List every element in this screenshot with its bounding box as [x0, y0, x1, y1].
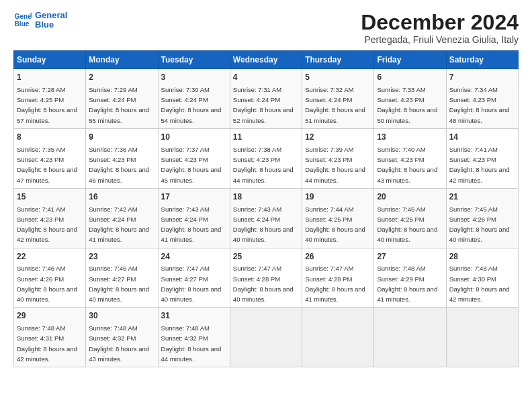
calendar-cell: 30 Sunrise: 7:48 AMSunset: 4:32 PMDaylig…	[86, 308, 158, 367]
day-info: Sunrise: 7:47 AMSunset: 4:28 PMDaylight:…	[305, 265, 365, 303]
day-info: Sunrise: 7:45 AMSunset: 4:26 PMDaylight:…	[449, 205, 510, 244]
page-header: General Blue General Blue December 2024 …	[13, 11, 519, 45]
calendar-cell: 27 Sunrise: 7:48 AMSunset: 4:29 PMDaylig…	[374, 248, 446, 308]
calendar-cell: 7 Sunrise: 7:34 AMSunset: 4:23 PMDayligh…	[446, 69, 518, 129]
day-info: Sunrise: 7:43 AMSunset: 4:24 PMDaylight:…	[161, 205, 222, 244]
day-info: Sunrise: 7:40 AMSunset: 4:23 PMDaylight:…	[377, 146, 437, 184]
calendar-cell: 26 Sunrise: 7:47 AMSunset: 4:28 PMDaylig…	[302, 248, 374, 308]
calendar-cell: 31 Sunrise: 7:48 AMSunset: 4:32 PMDaylig…	[158, 308, 230, 367]
day-number: 8	[17, 132, 83, 143]
day-info: Sunrise: 7:41 AMSunset: 4:23 PMDaylight:…	[449, 146, 510, 184]
day-info: Sunrise: 7:36 AMSunset: 4:23 PMDaylight:…	[89, 146, 149, 184]
day-number: 18	[233, 191, 299, 203]
day-number: 7	[449, 72, 515, 83]
calendar-cell: 8 Sunrise: 7:35 AMSunset: 4:23 PMDayligh…	[14, 128, 86, 188]
calendar-cell: 25 Sunrise: 7:47 AMSunset: 4:28 PMDaylig…	[230, 248, 302, 308]
day-number: 26	[305, 251, 371, 263]
day-number: 10	[161, 132, 227, 143]
day-number: 2	[89, 72, 154, 83]
logo: General Blue General Blue	[13, 11, 67, 30]
day-number: 12	[305, 132, 371, 143]
calendar-week-5: 29 Sunrise: 7:48 AMSunset: 4:31 PMDaylig…	[14, 308, 519, 367]
calendar-cell: 19 Sunrise: 7:44 AMSunset: 4:25 PMDaylig…	[302, 188, 374, 248]
day-number: 30	[89, 310, 154, 322]
day-info: Sunrise: 7:41 AMSunset: 4:23 PMDaylight:…	[17, 205, 77, 244]
day-info: Sunrise: 7:46 AMSunset: 4:27 PMDaylight:…	[89, 265, 149, 303]
day-number: 4	[233, 72, 299, 83]
header-monday: Monday	[86, 51, 158, 69]
logo-text-blue: Blue	[35, 20, 67, 30]
title-block: December 2024 Pertegada, Friuli Venezia …	[361, 11, 519, 45]
calendar-cell: 16 Sunrise: 7:42 AMSunset: 4:24 PMDaylig…	[86, 188, 158, 248]
calendar-header-row: SundayMondayTuesdayWednesdayThursdayFrid…	[14, 51, 519, 69]
day-info: Sunrise: 7:44 AMSunset: 4:25 PMDaylight:…	[305, 205, 365, 244]
calendar-cell: 11 Sunrise: 7:38 AMSunset: 4:23 PMDaylig…	[230, 128, 302, 188]
day-number: 3	[161, 72, 227, 83]
calendar-cell: 29 Sunrise: 7:48 AMSunset: 4:31 PMDaylig…	[14, 308, 86, 367]
calendar-cell	[230, 308, 302, 367]
day-info: Sunrise: 7:34 AMSunset: 4:23 PMDaylight:…	[449, 86, 510, 124]
day-number: 29	[17, 310, 83, 322]
day-number: 21	[449, 191, 515, 203]
header-saturday: Saturday	[446, 51, 518, 69]
calendar-cell: 3 Sunrise: 7:30 AMSunset: 4:24 PMDayligh…	[158, 69, 230, 129]
day-number: 20	[377, 191, 443, 203]
day-info: Sunrise: 7:43 AMSunset: 4:24 PMDaylight:…	[233, 205, 294, 244]
calendar-cell	[302, 308, 374, 367]
day-number: 13	[377, 132, 443, 143]
calendar-cell: 14 Sunrise: 7:41 AMSunset: 4:23 PMDaylig…	[446, 128, 518, 188]
day-number: 25	[233, 251, 299, 263]
calendar-cell: 22 Sunrise: 7:46 AMSunset: 4:26 PMDaylig…	[14, 248, 86, 308]
logo-icon: General Blue	[13, 11, 32, 30]
header-friday: Friday	[374, 51, 446, 69]
day-info: Sunrise: 7:28 AMSunset: 4:25 PMDaylight:…	[17, 86, 77, 124]
day-number: 5	[305, 72, 371, 83]
day-number: 24	[161, 251, 227, 263]
svg-text:Blue: Blue	[15, 21, 30, 28]
day-number: 14	[449, 132, 515, 143]
day-info: Sunrise: 7:48 AMSunset: 4:30 PMDaylight:…	[449, 265, 510, 303]
calendar-cell	[374, 308, 446, 367]
calendar-week-2: 8 Sunrise: 7:35 AMSunset: 4:23 PMDayligh…	[14, 128, 519, 188]
day-info: Sunrise: 7:30 AMSunset: 4:24 PMDaylight:…	[161, 86, 222, 124]
day-info: Sunrise: 7:48 AMSunset: 4:29 PMDaylight:…	[377, 265, 437, 303]
calendar-cell: 10 Sunrise: 7:37 AMSunset: 4:23 PMDaylig…	[158, 128, 230, 188]
day-info: Sunrise: 7:31 AMSunset: 4:24 PMDaylight:…	[233, 86, 294, 124]
calendar-cell: 24 Sunrise: 7:47 AMSunset: 4:27 PMDaylig…	[158, 248, 230, 308]
calendar-cell: 21 Sunrise: 7:45 AMSunset: 4:26 PMDaylig…	[446, 188, 518, 248]
calendar-cell: 2 Sunrise: 7:29 AMSunset: 4:24 PMDayligh…	[86, 69, 158, 129]
calendar-cell: 18 Sunrise: 7:43 AMSunset: 4:24 PMDaylig…	[230, 188, 302, 248]
day-info: Sunrise: 7:35 AMSunset: 4:23 PMDaylight:…	[17, 146, 77, 184]
subtitle: Pertegada, Friuli Venezia Giulia, Italy	[361, 34, 519, 45]
day-number: 11	[233, 132, 299, 143]
day-number: 9	[89, 132, 154, 143]
header-sunday: Sunday	[14, 51, 86, 69]
main-title: December 2024	[361, 11, 519, 34]
calendar-week-1: 1 Sunrise: 7:28 AMSunset: 4:25 PMDayligh…	[14, 69, 519, 129]
calendar-cell: 12 Sunrise: 7:39 AMSunset: 4:23 PMDaylig…	[302, 128, 374, 188]
header-wednesday: Wednesday	[230, 51, 302, 69]
day-info: Sunrise: 7:47 AMSunset: 4:27 PMDaylight:…	[161, 265, 222, 303]
calendar-cell: 20 Sunrise: 7:45 AMSunset: 4:25 PMDaylig…	[374, 188, 446, 248]
calendar-cell: 9 Sunrise: 7:36 AMSunset: 4:23 PMDayligh…	[86, 128, 158, 188]
day-number: 16	[89, 191, 154, 203]
calendar-week-3: 15 Sunrise: 7:41 AMSunset: 4:23 PMDaylig…	[14, 188, 519, 248]
day-info: Sunrise: 7:45 AMSunset: 4:25 PMDaylight:…	[377, 205, 437, 244]
header-tuesday: Tuesday	[158, 51, 230, 69]
day-number: 31	[161, 310, 227, 322]
day-number: 23	[89, 251, 154, 263]
day-info: Sunrise: 7:32 AMSunset: 4:24 PMDaylight:…	[305, 86, 365, 124]
day-info: Sunrise: 7:48 AMSunset: 4:32 PMDaylight:…	[161, 324, 222, 363]
day-info: Sunrise: 7:29 AMSunset: 4:24 PMDaylight:…	[89, 86, 149, 124]
calendar-table: SundayMondayTuesdayWednesdayThursdayFrid…	[13, 50, 519, 367]
day-number: 28	[449, 251, 515, 263]
day-number: 15	[17, 191, 83, 203]
header-thursday: Thursday	[302, 51, 374, 69]
calendar-cell: 15 Sunrise: 7:41 AMSunset: 4:23 PMDaylig…	[14, 188, 86, 248]
day-number: 19	[305, 191, 371, 203]
day-number: 17	[161, 191, 227, 203]
day-number: 6	[377, 72, 443, 83]
day-info: Sunrise: 7:33 AMSunset: 4:23 PMDaylight:…	[377, 86, 437, 124]
calendar-cell: 6 Sunrise: 7:33 AMSunset: 4:23 PMDayligh…	[374, 69, 446, 129]
calendar-cell	[446, 308, 518, 367]
